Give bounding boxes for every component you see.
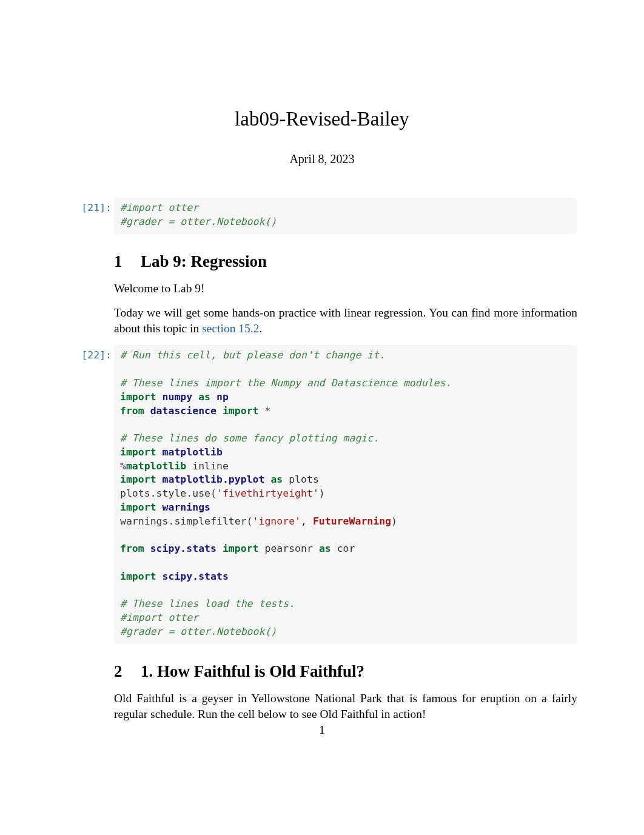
code-text: plots.style.use( (120, 488, 216, 499)
cell-prompt: [22]: (67, 345, 114, 363)
wildcard-import: * (264, 405, 270, 417)
section-title: 1. How Faithful is Old Faithful? (141, 662, 364, 680)
comment-text: #grader = otter.Notebook() (120, 216, 277, 227)
keyword-import: import (120, 501, 156, 513)
code-cell-22: [22]: # Run this cell, but please don't … (67, 345, 577, 643)
module-name: scipy.stats (150, 543, 216, 554)
keyword-as: as (270, 474, 283, 485)
comment-text: # These lines load the tests. (120, 598, 295, 609)
keyword-as: as (198, 391, 210, 403)
keyword-import: import (120, 391, 156, 403)
module-name: warnings (163, 501, 210, 513)
paragraph-text: Today we will get some hands-on practice… (114, 306, 577, 335)
comment-text: #import otter (120, 202, 198, 213)
comment-text: # Run this cell, but please don't change… (120, 349, 385, 361)
code-cell-21: [21]: #import otter #grader = otter.Note… (67, 198, 577, 234)
paragraph: Welcome to Lab 9! (114, 281, 577, 297)
magic-arg: inline (192, 460, 229, 472)
function-name: pearsonr (264, 543, 312, 554)
paragraph: Today we will get some hands-on practice… (114, 305, 577, 337)
paragraph: Old Faithful is a geyser in Yellowstone … (114, 691, 577, 723)
keyword-import: import (120, 446, 156, 458)
module-name: matplotlib.pyplot (163, 474, 265, 485)
keyword-as: as (319, 543, 331, 554)
module-name: scipy.stats (163, 571, 229, 582)
doc-date: April 8, 2023 (67, 152, 577, 166)
doc-title: lab09-Revised-Bailey (67, 108, 577, 130)
punctuation: ) (391, 515, 397, 527)
punctuation: ) (319, 488, 325, 499)
comment-text: # These lines import the Numpy and Datas… (120, 377, 451, 389)
magic-percent: % (120, 460, 126, 472)
punctuation: , (301, 515, 313, 527)
paragraph-text: . (259, 322, 262, 335)
magic-name: matplotlib (126, 460, 186, 472)
section-title: Lab 9: Regression (141, 252, 267, 270)
keyword-import: import (120, 474, 156, 485)
keyword-import: import (223, 405, 259, 417)
code-block: #import otter #grader = otter.Notebook() (114, 198, 577, 234)
comment-text: #import otter (120, 612, 198, 623)
keyword-from: from (120, 543, 144, 554)
code-block: # Run this cell, but please don't change… (114, 345, 577, 643)
module-name: datascience (150, 405, 216, 417)
section-number: 2 (114, 662, 141, 681)
keyword-import: import (223, 543, 259, 554)
page-number: 1 (0, 723, 644, 737)
cell-prompt: [21]: (67, 198, 114, 215)
string-literal: 'ignore' (253, 515, 301, 527)
module-name: numpy (163, 391, 193, 403)
keyword-from: from (120, 405, 144, 417)
module-alias: np (216, 391, 229, 403)
comment-text: #grader = otter.Notebook() (120, 626, 277, 637)
section-heading-1: 1Lab 9: Regression (114, 252, 577, 271)
alias: cor (337, 543, 355, 554)
textbook-section-link[interactable]: section 15.2 (202, 322, 259, 335)
section-heading-2: 21. How Faithful is Old Faithful? (114, 662, 577, 681)
keyword-import: import (120, 571, 156, 582)
comment-text: # These lines do some fancy plotting mag… (120, 432, 379, 444)
module-name: matplotlib (163, 446, 223, 458)
string-literal: 'fivethirtyeight' (216, 488, 319, 499)
code-text: warnings.simplefilter( (120, 515, 253, 527)
section-number: 1 (114, 252, 141, 271)
module-alias: plots (289, 474, 319, 485)
exception-name: FutureWarning (313, 515, 391, 527)
